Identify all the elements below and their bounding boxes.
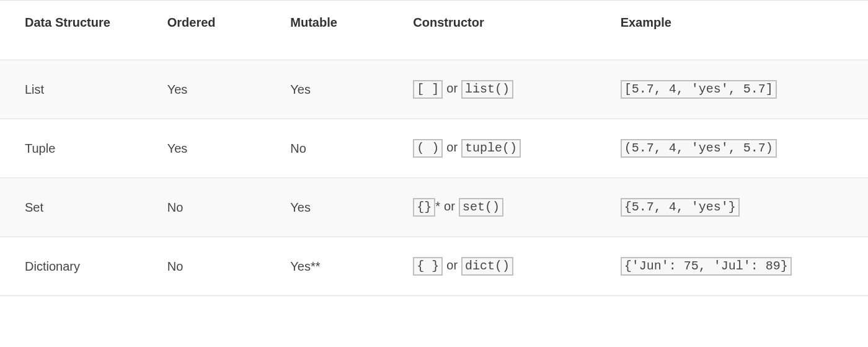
constructor-literal: ( ) xyxy=(413,139,443,158)
table-row: Tuple Yes No ( )ortuple() (5.7, 4, 'yes'… xyxy=(0,119,868,178)
cell-ordered: Yes xyxy=(143,119,266,178)
constructor-func: set() xyxy=(459,198,503,217)
cell-constructor: [ ]orlist() xyxy=(388,60,595,119)
cell-structure: List xyxy=(0,60,143,119)
cell-constructor: {}*orset() xyxy=(388,178,595,237)
cell-example: {'Jun': 75, 'Jul': 89} xyxy=(596,237,868,296)
cell-mutable: No xyxy=(265,119,388,178)
table-header-row: Data Structure Ordered Mutable Construct… xyxy=(0,1,868,60)
example-code: {5.7, 4, 'yes'} xyxy=(621,198,740,217)
cell-mutable: Yes xyxy=(265,178,388,237)
header-ordered: Ordered xyxy=(143,1,266,60)
table-row: Set No Yes {}*orset() {5.7, 4, 'yes'} xyxy=(0,178,868,237)
cell-structure: Tuple xyxy=(0,119,143,178)
cell-ordered: No xyxy=(143,237,266,296)
header-mutable: Mutable xyxy=(265,1,388,60)
cell-mutable: Yes** xyxy=(265,237,388,296)
header-example: Example xyxy=(596,1,868,60)
cell-ordered: No xyxy=(143,178,266,237)
cell-constructor: ( )ortuple() xyxy=(388,119,595,178)
or-text: or xyxy=(444,199,455,213)
constructor-func: tuple() xyxy=(461,139,521,158)
or-text: or xyxy=(446,140,458,154)
cell-example: {5.7, 4, 'yes'} xyxy=(596,178,868,237)
constructor-suffix: * xyxy=(435,199,440,213)
table-row: Dictionary No Yes** { }ordict() {'Jun': … xyxy=(0,237,868,296)
cell-constructor: { }ordict() xyxy=(388,237,595,296)
cell-mutable: Yes xyxy=(265,60,388,119)
constructor-literal: {} xyxy=(413,198,435,217)
cell-structure: Set xyxy=(0,178,143,237)
constructor-literal: { } xyxy=(413,257,443,276)
or-text: or xyxy=(446,81,458,95)
data-structures-table: Data Structure Ordered Mutable Construct… xyxy=(0,0,868,296)
constructor-func: list() xyxy=(461,80,513,99)
or-text: or xyxy=(446,258,458,272)
cell-structure: Dictionary xyxy=(0,237,143,296)
example-code: {'Jun': 75, 'Jul': 89} xyxy=(621,257,792,276)
example-code: [5.7, 4, 'yes', 5.7] xyxy=(621,80,777,99)
cell-example: [5.7, 4, 'yes', 5.7] xyxy=(596,60,868,119)
constructor-func: dict() xyxy=(461,257,513,276)
table-row: List Yes Yes [ ]orlist() [5.7, 4, 'yes',… xyxy=(0,60,868,119)
example-code: (5.7, 4, 'yes', 5.7) xyxy=(621,139,777,158)
header-constructor: Constructor xyxy=(388,1,595,60)
constructor-literal: [ ] xyxy=(413,80,443,99)
cell-ordered: Yes xyxy=(143,60,266,119)
header-structure: Data Structure xyxy=(0,1,143,60)
cell-example: (5.7, 4, 'yes', 5.7) xyxy=(596,119,868,178)
